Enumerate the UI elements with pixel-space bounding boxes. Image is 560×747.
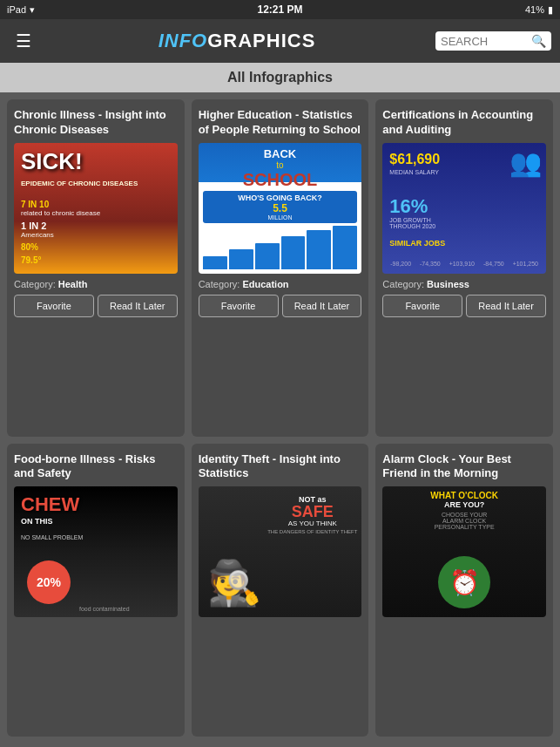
card-category: Category: Business xyxy=(382,279,546,289)
search-bar: 🔍 xyxy=(435,31,551,51)
app-title-text: INFOGRAPHICS xyxy=(159,30,316,51)
carrier-label: iPad xyxy=(7,4,26,15)
card-image-food: CHEW ON THIS NO SMALL PROBLEM 20% food c… xyxy=(14,486,178,617)
wifi-icon: ▾ xyxy=(30,4,35,16)
search-icon: 🔍 xyxy=(531,34,546,48)
read-later-button[interactable]: Read It Later xyxy=(466,295,546,317)
bar-4 xyxy=(281,236,306,269)
card-buttons: Favorite Read It Later xyxy=(199,295,362,317)
cert-people-icons: 👥 xyxy=(509,147,542,178)
bar-2 xyxy=(229,249,253,269)
cert-row-numbers: -98,200 -74,350 +103,910 -84,750 +101,25… xyxy=(387,261,542,267)
card-title: Food-borne Illness - Risks and Safety xyxy=(14,452,178,482)
card-title: Higher Education - Statistics of People … xyxy=(199,108,362,138)
read-later-button[interactable]: Read It Later xyxy=(98,295,178,317)
bar-6 xyxy=(333,226,357,269)
card-higher-education: Higher Education - Statistics of People … xyxy=(192,99,369,437)
school-word: SCHOOL xyxy=(199,170,362,190)
card-food-illness: Food-borne Illness - Risks and Safety CH… xyxy=(7,444,185,737)
battery-icon: ▮ xyxy=(548,4,553,16)
sick-headline: SICK! xyxy=(21,150,83,173)
favorite-button[interactable]: Favorite xyxy=(382,295,462,317)
card-title: Identity Theft - Insight into Statistics xyxy=(199,452,362,482)
search-input[interactable] xyxy=(441,35,528,48)
cert-salary-label: MEDIAN SALARY xyxy=(389,169,439,175)
title-graphics-part: GRAPHICS xyxy=(207,30,315,51)
chew-headline: CHEW xyxy=(21,493,79,516)
whos-going-back: WHO'S GOING BACK? xyxy=(206,194,355,202)
school-headline: BACK to SCHOOL xyxy=(199,147,362,190)
back-text: BACK xyxy=(199,147,362,160)
cert-growth: 16% xyxy=(389,195,428,218)
bar-5 xyxy=(307,230,331,269)
card-image-school: BACK to SCHOOL WHO'S GOING BACK? 5.5 MIL… xyxy=(199,143,362,274)
to-text: to xyxy=(199,160,362,170)
card-image-cert: 👥 $61,690 MEDIAN SALARY 16% JOB GROWTHTH… xyxy=(382,143,546,274)
read-later-button[interactable]: Read It Later xyxy=(282,295,362,317)
status-bar: iPad ▾ 12:21 PM 41% ▮ xyxy=(0,0,560,19)
title-info-part: INFO xyxy=(159,30,208,51)
infographics-grid: Chronic Illness - Insight into Chronic D… xyxy=(0,92,560,744)
card-buttons: Favorite Read It Later xyxy=(382,295,546,317)
what-oclock-text: WHAT O'CLOCK ARE YOU? CHOOSE YOURALARM C… xyxy=(382,491,546,530)
card-identity-theft: Identity Theft - Insight into Statistics… xyxy=(192,444,369,737)
card-title: Certifications in Accounting and Auditin… xyxy=(382,108,546,138)
cert-growth-label: JOB GROWTHTHROUGH 2020 xyxy=(389,217,435,229)
bar-chart xyxy=(203,226,358,269)
bar-1 xyxy=(203,256,227,269)
sick-stats: 7 IN 10 related to chronic disease 1 IN … xyxy=(21,200,100,265)
not-safe-text: NOT as SAFE AS YOU THINK THE DANGERS OF … xyxy=(267,495,357,534)
card-buttons: Favorite Read It Later xyxy=(14,295,178,317)
menu-button[interactable]: ☰ xyxy=(9,27,38,55)
status-time: 12:21 PM xyxy=(257,3,302,16)
section-title: All Infographics xyxy=(0,63,560,92)
cert-salary: $61,690 xyxy=(389,152,440,167)
bar-3 xyxy=(255,243,280,269)
status-left: iPad ▾ xyxy=(7,4,35,16)
card-certifications: Certifications in Accounting and Auditin… xyxy=(375,99,553,437)
chew-circle-stat: 20% xyxy=(27,560,71,604)
card-image-sick: SICK! EPIDEMIC OF CHRONIC DISEASES 7 IN … xyxy=(14,143,178,274)
card-category: Category: Education xyxy=(199,279,362,289)
alarm-clock-icon: ⏰ xyxy=(438,556,490,608)
card-title: Chronic Illness - Insight into Chronic D… xyxy=(14,108,178,138)
card-image-alarm: WHAT O'CLOCK ARE YOU? CHOOSE YOURALARM C… xyxy=(382,486,546,617)
whos-box: WHO'S GOING BACK? 5.5 MILLION xyxy=(203,191,358,223)
sick-subheadline: EPIDEMIC OF CHRONIC DISEASES xyxy=(21,180,138,187)
app-title: INFOGRAPHICS xyxy=(47,30,427,52)
battery-label: 41% xyxy=(525,4,544,15)
app-header: ☰ INFOGRAPHICS 🔍 xyxy=(0,19,560,63)
status-right: 41% ▮ xyxy=(525,4,553,16)
card-image-theft: 🕵 NOT as SAFE AS YOU THINK THE DANGERS O… xyxy=(199,486,362,617)
card-category: Category: Health xyxy=(14,279,178,289)
favorite-button[interactable]: Favorite xyxy=(14,295,94,317)
card-chronic-illness: Chronic Illness - Insight into Chronic D… xyxy=(7,99,185,437)
favorite-button[interactable]: Favorite xyxy=(199,295,279,317)
card-title: Alarm Clock - Your Best Friend in the Mo… xyxy=(382,452,546,482)
thief-icon: 🕵 xyxy=(207,558,261,608)
card-alarm-clock: Alarm Clock - Your Best Friend in the Mo… xyxy=(375,444,553,737)
